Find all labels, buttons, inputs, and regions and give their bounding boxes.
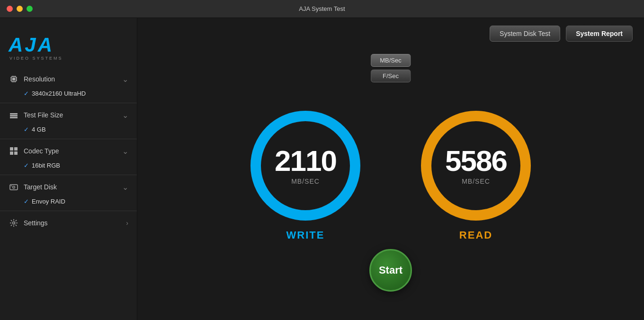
minimize-button[interactable] — [17, 6, 23, 12]
window-controls — [7, 6, 33, 12]
window-title: AJA System Test — [299, 5, 345, 12]
resolution-selected: ✓ 3840x2160 UltraHD — [0, 89, 137, 101]
svg-point-25 — [13, 222, 15, 224]
read-gauge-wrapper: 5586 MB/SEC READ — [419, 109, 533, 241]
grid-icon — [9, 146, 19, 156]
write-gauge-wrapper: 2110 MB/SEC WRITE — [249, 109, 362, 241]
codec-type-chevron-icon: ⌄ — [122, 147, 128, 156]
sidebar-item-target-disk[interactable]: Target Disk ⌄ — [0, 177, 137, 197]
aja-logo-text: AJA — [9, 35, 54, 55]
read-gauge-inner: 5586 MB/SEC — [419, 109, 533, 222]
svg-rect-20 — [14, 151, 18, 155]
chip-icon — [9, 74, 19, 84]
layers-icon — [9, 110, 19, 120]
right-panel: System Disk Test System Report MB/Sec F/… — [137, 18, 644, 320]
mb-sec-button[interactable]: MB/Sec — [371, 54, 411, 67]
top-bar: System Disk Test System Report — [137, 18, 644, 49]
disk-icon — [9, 182, 19, 192]
title-bar: AJA System Test — [0, 0, 644, 18]
gear-icon — [9, 218, 19, 228]
write-unit: MB/SEC — [291, 178, 320, 185]
maximize-button[interactable] — [27, 6, 33, 12]
aja-logo: AJA VIDEO SYSTEMS — [9, 35, 128, 61]
aja-logo-sub: VIDEO SYSTEMS — [9, 56, 63, 61]
read-value: 5586 — [445, 146, 507, 176]
target-disk-chevron-icon: ⌄ — [122, 183, 128, 192]
settings-chevron-icon: › — [126, 219, 128, 227]
test-file-size-selected: ✓ 4 GB — [0, 125, 137, 137]
gauges-area: MB/Sec F/Sec 2110 MB/SEC — [137, 49, 644, 320]
read-gauge: 5586 MB/SEC — [419, 109, 533, 222]
f-sec-button[interactable]: F/Sec — [371, 70, 411, 82]
system-report-button[interactable]: System Report — [566, 26, 633, 42]
svg-rect-14 — [10, 113, 18, 115]
svg-rect-24 — [11, 186, 12, 186]
svg-rect-1 — [12, 78, 15, 80]
sidebar: AJA VIDEO SYSTEMS — [0, 18, 137, 320]
target-disk-selected: ✓ Envoy RAID — [0, 197, 137, 209]
main-content: AJA VIDEO SYSTEMS — [0, 18, 644, 320]
sidebar-item-test-file-size[interactable]: Test File Size ⌄ — [0, 105, 137, 125]
gauges-container: 2110 MB/SEC WRITE — [249, 109, 533, 241]
write-value: 2110 — [275, 146, 336, 176]
resolution-value: 3840x2160 UltraHD — [32, 90, 86, 97]
read-label: READ — [459, 229, 492, 241]
codec-type-selected: ✓ 16bit RGB — [0, 161, 137, 173]
test-file-size-chevron-icon: ⌄ — [122, 111, 128, 120]
start-button[interactable]: Start — [369, 249, 412, 292]
test-file-size-label: Test File Size — [24, 111, 63, 119]
resolution-label: Resolution — [24, 75, 55, 83]
write-gauge: 2110 MB/SEC — [249, 109, 362, 222]
sidebar-item-settings[interactable]: Settings › — [0, 213, 137, 233]
test-file-size-value: 4 GB — [32, 126, 46, 133]
settings-label: Settings — [24, 219, 48, 227]
target-disk-label: Target Disk — [24, 183, 57, 191]
resolution-chevron-icon: ⌄ — [122, 75, 128, 84]
read-unit: MB/SEC — [462, 178, 490, 185]
target-disk-value: Envoy RAID — [32, 198, 65, 205]
system-disk-test-button[interactable]: System Disk Test — [490, 26, 560, 42]
start-button-wrapper: Start — [369, 249, 412, 292]
close-button[interactable] — [7, 6, 13, 12]
svg-rect-18 — [14, 147, 18, 151]
svg-rect-16 — [10, 117, 18, 118]
logo-area: AJA VIDEO SYSTEMS — [0, 26, 137, 64]
svg-rect-17 — [10, 147, 13, 151]
sidebar-item-codec-type[interactable]: Codec Type ⌄ — [0, 141, 137, 161]
codec-type-value: 16bit RGB — [32, 162, 60, 169]
codec-type-label: Codec Type — [24, 147, 59, 155]
svg-rect-15 — [10, 115, 18, 116]
unit-buttons: MB/Sec F/Sec — [371, 54, 411, 82]
write-label: WRITE — [286, 229, 325, 241]
sidebar-item-resolution[interactable]: Resolution ⌄ — [0, 69, 137, 89]
svg-rect-19 — [10, 151, 13, 155]
svg-point-23 — [13, 187, 14, 188]
write-gauge-inner: 2110 MB/SEC — [249, 109, 362, 222]
